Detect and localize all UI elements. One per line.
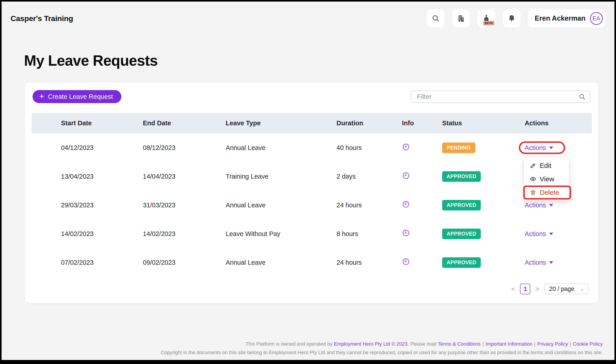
actions-dropdown-trigger[interactable]: Actions <box>525 202 553 209</box>
duration-cell: 2 days <box>336 173 402 180</box>
column-header: Info <box>402 119 442 127</box>
leave-type-cell: Training Leave <box>226 173 336 180</box>
footer-text: . Please read <box>407 341 438 347</box>
start-date-cell: 07/02/2023 <box>32 259 143 266</box>
info-clock-icon[interactable] <box>402 143 409 152</box>
status-badge: PENDING <box>442 143 475 153</box>
leave-type-cell: Leave Without Pay <box>226 230 336 238</box>
create-leave-request-button[interactable]: + Create Leave Request <box>33 90 121 103</box>
organisation-button[interactable] <box>452 9 470 27</box>
bell-icon <box>508 14 516 22</box>
terms-link[interactable]: Terms & Conditions <box>438 341 481 347</box>
actions-label: Actions <box>525 259 546 266</box>
app-title: Casper's Training <box>11 14 73 23</box>
caret-down-icon <box>549 147 553 149</box>
info-clock-icon[interactable] <box>402 258 409 267</box>
caret-down-icon <box>549 204 553 207</box>
menu-item-label: Edit <box>540 162 551 169</box>
duration-cell: 8 hours <box>336 230 402 238</box>
actions-dropdown-trigger[interactable]: Actions <box>525 144 553 152</box>
user-name: Eren Ackerman <box>535 14 586 22</box>
next-page-button[interactable]: > <box>535 286 539 292</box>
actions-dropdown-trigger[interactable]: Actions <box>525 259 553 266</box>
column-header: Leave Type <box>226 119 336 127</box>
table-row: 13/04/2023 14/04/2023 Training Leave 2 d… <box>32 162 592 191</box>
eye-icon <box>530 176 536 182</box>
separator: | <box>568 341 573 347</box>
status-badge: APPROVED <box>442 257 481 268</box>
table-row: 29/03/2023 31/03/2023 Annual Leave 24 ho… <box>32 191 592 220</box>
duration-cell: 40 hours <box>336 144 402 152</box>
menu-item-label: Delete <box>540 189 559 196</box>
menu-item-delete[interactable]: Delete <box>524 186 569 199</box>
plus-icon: + <box>39 92 44 100</box>
menu-item-view[interactable]: View <box>524 172 569 186</box>
column-header: Status <box>442 119 525 127</box>
cookie-policy-link[interactable]: Cookie Policy <box>573 341 603 347</box>
caret-down-icon <box>549 261 553 264</box>
page-size-select[interactable]: 20 / page ⌄ <box>544 284 589 294</box>
caret-down-icon <box>549 233 553 235</box>
footer-line-1: This Platform is owned and operated by E… <box>161 341 603 347</box>
end-date-cell: 31/03/2023 <box>143 202 226 209</box>
start-date-cell: 14/02/2023 <box>32 230 143 238</box>
screenshot-frame: Casper's Training BETA Eren Ackerman EA … <box>0 0 616 364</box>
table-row: 04/12/2023 08/12/2023 Annual Leave 40 ho… <box>32 133 592 162</box>
leave-type-cell: Annual Leave <box>226 202 336 209</box>
leave-type-cell: Annual Leave <box>226 259 336 266</box>
status-badge: APPROVED <box>442 200 481 210</box>
actions-label: Actions <box>525 202 546 209</box>
actions-menu: Edit View Delete <box>524 158 569 200</box>
search-button[interactable] <box>427 9 445 27</box>
table-row: 14/02/2023 14/02/2023 Leave Without Pay … <box>32 220 592 248</box>
start-date-cell: 04/12/2023 <box>32 144 143 152</box>
duration-cell: 24 hours <box>336 202 402 209</box>
end-date-cell: 08/12/2023 <box>143 144 226 152</box>
actions-dropdown-trigger[interactable]: Actions <box>525 230 553 238</box>
separator: | <box>532 341 537 347</box>
start-date-cell: 29/03/2023 <box>32 202 143 209</box>
user-menu[interactable]: Eren Ackerman EA <box>528 9 605 27</box>
table-row: 07/02/2023 09/02/2023 Annual Leave 24 ho… <box>32 248 592 277</box>
end-date-cell: 14/04/2023 <box>143 173 226 180</box>
status-badge: APPROVED <box>442 171 481 182</box>
beta-badge: BETA <box>483 21 495 25</box>
leave-type-cell: Annual Leave <box>226 144 336 152</box>
topbar-actions: BETA Eren Ackerman EA <box>427 9 605 27</box>
building-icon <box>457 14 465 22</box>
avatar: EA <box>590 12 603 25</box>
footer: This Platform is owned and operated by E… <box>161 339 603 356</box>
column-header: End Date <box>143 119 226 127</box>
filter-input[interactable] <box>411 91 590 103</box>
column-header: Actions <box>525 119 592 127</box>
privacy-policy-link[interactable]: Privacy Policy <box>537 341 568 347</box>
leave-requests-card: + Create Leave Request Start Date End Da… <box>25 82 599 303</box>
info-clock-icon[interactable] <box>402 172 409 181</box>
create-leave-request-label: Create Leave Request <box>48 93 113 100</box>
filter-field <box>411 91 590 103</box>
trash-icon <box>530 189 536 196</box>
separator: | <box>481 341 486 347</box>
current-page[interactable]: 1 <box>520 284 530 294</box>
filter-search-icon <box>578 93 586 100</box>
pagination: < 1 > 20 / page ⌄ <box>511 284 589 294</box>
prev-page-button[interactable]: < <box>511 286 515 292</box>
important-info-link[interactable]: Important Information <box>485 341 532 347</box>
info-clock-icon[interactable] <box>402 230 409 238</box>
end-date-cell: 09/02/2023 <box>143 259 226 266</box>
info-clock-icon[interactable] <box>402 201 409 209</box>
duration-cell: 24 hours <box>336 259 402 266</box>
end-date-cell: 14/02/2023 <box>143 230 226 238</box>
beta-features-button[interactable]: BETA <box>477 9 495 27</box>
menu-item-edit[interactable]: Edit <box>524 159 569 172</box>
leave-requests-table: Start Date End Date Leave Type Duration … <box>32 113 592 277</box>
notifications-button[interactable] <box>503 9 521 27</box>
footer-text: This Platform is owned and operated by <box>246 341 334 347</box>
status-badge: APPROVED <box>442 229 481 239</box>
page-title: My Leave Requests <box>24 52 158 69</box>
page-size-value: 20 / page <box>549 286 575 292</box>
employment-hero-link[interactable]: Employment Hero Pty Ltd © 2023 <box>334 341 407 347</box>
footer-line-2: Copyright in the documents on this site … <box>161 349 603 356</box>
column-header: Start Date <box>32 119 143 127</box>
column-header: Duration <box>336 119 402 127</box>
